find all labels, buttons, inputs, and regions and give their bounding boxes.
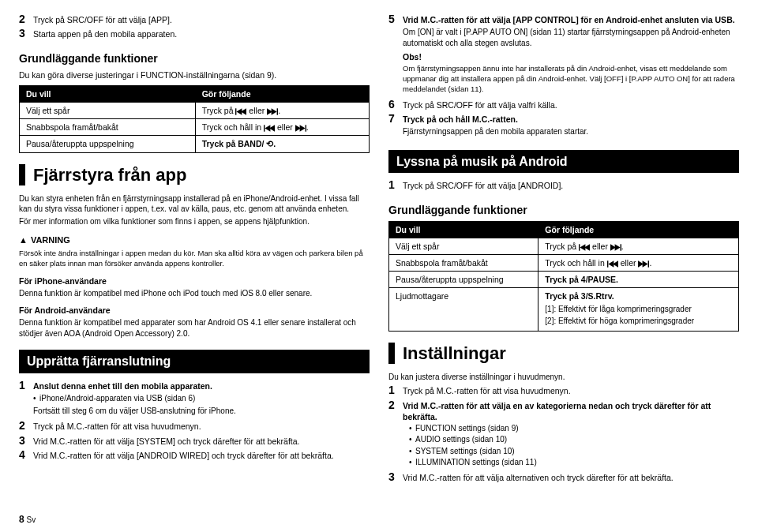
prev-track-icon [607, 260, 618, 268]
step: 6 Tryck på SRC/OFF för att välja valfri … [388, 99, 739, 111]
page-content: 2 Tryck på SRC/OFF för att välja [APP]. … [19, 11, 739, 485]
sub-section-heading: Lyssna på musik på Android [388, 150, 739, 174]
prev-track-icon [235, 108, 246, 115]
main-heading: Inställningar [388, 343, 739, 364]
subheading: För Android-användare [19, 305, 370, 316]
table-row: Snabbspola framåt/bakåt Tryck och håll i… [20, 119, 370, 136]
warning-icon: ▲ [19, 235, 28, 245]
prev-track-icon [579, 244, 590, 251]
next-track-icon [295, 125, 306, 132]
step: 5 Vrid M.C.-ratten för att välja [APP CO… [388, 13, 739, 96]
warning-heading: ▲VARNING [19, 234, 370, 246]
th: Gör följande [195, 85, 369, 102]
paragraph: Denna funktion är kompatibel med iPhone … [19, 288, 370, 299]
paragraph: Du kan justera diverse inställningar i h… [388, 372, 739, 383]
next-track-icon [267, 108, 278, 115]
step: 2 Vrid M.C.-ratten för att välja en av k… [388, 399, 739, 469]
table-row: Välj ett spår Tryck på eller . [389, 238, 739, 254]
step: 7 Tryck på och håll M.C.-ratten. Fjärrst… [388, 113, 739, 139]
left-column: 2 Tryck på SRC/OFF för att välja [APP]. … [19, 11, 370, 485]
section-heading: Grundläggande funktioner [19, 51, 370, 66]
warning-text: Försök inte ändra inställningar i appen … [19, 249, 370, 269]
next-track-icon [638, 260, 649, 268]
step: 2 Tryck på SRC/OFF för att välja [APP]. [19, 13, 370, 25]
table-row: Ljudmottagare Tryck på 3/S.Rtrv. [1]: Ef… [389, 288, 739, 331]
paragraph: Du kan styra enheten från en fjärrstyrni… [19, 193, 370, 215]
th: Du vill [389, 221, 538, 238]
next-track-icon [610, 244, 621, 251]
step: 4 Vrid M.C.-ratten för att välja [ANDROI… [19, 449, 370, 461]
right-column: 5 Vrid M.C.-ratten för att välja [APP CO… [388, 11, 739, 485]
function-table: Du vill Gör följande Välj ett spår Tryck… [19, 85, 370, 153]
step: 3 Vrid M.C.-ratten för att välja alterna… [388, 471, 739, 483]
function-table: Du vill Gör följande Välj ett spår Tryck… [388, 221, 739, 332]
th: Gör följande [538, 221, 739, 238]
table-row: Välj ett spår Tryck på eller . [20, 103, 370, 119]
section-heading: Grundläggande funktioner [388, 203, 739, 218]
table-row: Pausa/återuppta uppspelning Tryck på BAN… [20, 136, 370, 152]
section-lead: Du kan göra diverse justeringar i FUNCTI… [19, 69, 370, 81]
th: Du vill [20, 85, 196, 102]
paragraph: För mer information om vilka funktioner … [19, 216, 370, 227]
step: 1 Tryck på M.C.-ratten för att visa huvu… [388, 384, 739, 396]
bullet-list: FUNCTION settings (sidan 9) AUDIO settin… [403, 423, 739, 468]
step: 1 Tryck på SRC/OFF för att välja [ANDROI… [388, 179, 739, 191]
step: 3 Starta appen på den mobila apparaten. [19, 28, 370, 39]
subheading: För iPhone-användare [19, 275, 370, 287]
main-heading: Fjärrstyra från app [19, 164, 370, 185]
step: 3 Vrid M.C.-ratten för att välja [SYSTEM… [19, 435, 370, 447]
prev-track-icon [264, 125, 275, 132]
sub-section-heading: Upprätta fjärranslutning [19, 350, 370, 373]
step: 2 Tryck på M.C.-ratten för att visa huvu… [19, 420, 370, 432]
page-footer: 8 Sv [19, 513, 36, 526]
paragraph: Denna funktion är kompatibel med apparat… [19, 317, 370, 339]
step: 1 Anslut denna enhet till den mobila app… [19, 380, 370, 418]
table-row: Pausa/återuppta uppspelning Tryck på 4/P… [389, 272, 739, 288]
table-row: Snabbspola framåt/bakåt Tryck och håll i… [389, 255, 739, 272]
